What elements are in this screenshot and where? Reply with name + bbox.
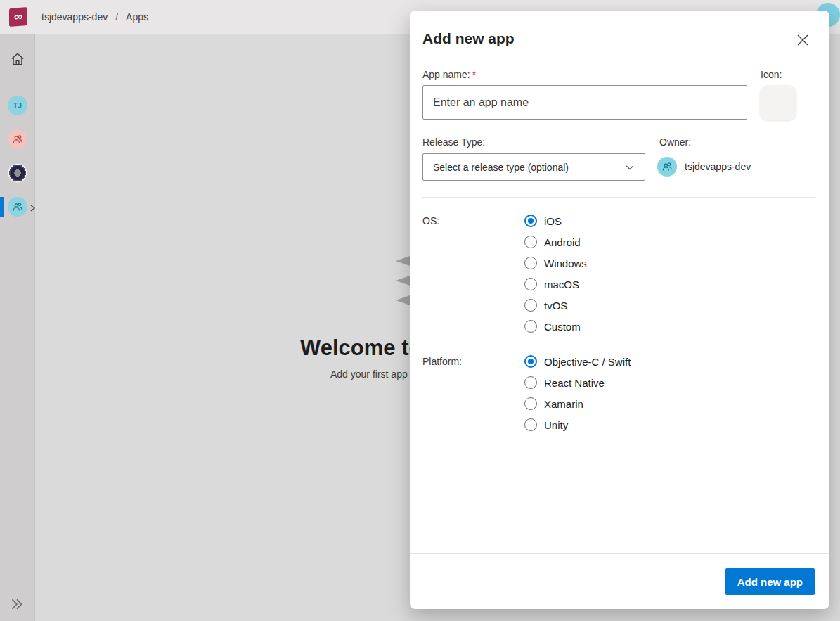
radio-label: Objective-C / Swift [544, 356, 631, 368]
chevron-down-icon [625, 162, 635, 172]
radio-control[interactable] [524, 278, 537, 290]
sidebar-item-user-tj[interactable]: TJ [8, 96, 27, 115]
icon-label: Icon: [761, 69, 782, 80]
radio-custom[interactable]: Custom [524, 316, 587, 337]
radio-label: Xamarin [544, 398, 583, 410]
app-icon-placeholder [760, 85, 796, 120]
radio-label: Unity [544, 419, 568, 431]
app-name-input[interactable] [422, 85, 747, 120]
radio-label: Windows [544, 257, 587, 269]
owner-avatar [657, 157, 677, 177]
add-new-app-button[interactable]: Add new app [725, 568, 815, 595]
radio-tvos[interactable]: tvOS [524, 295, 587, 316]
radio-control[interactable] [524, 397, 537, 410]
sidebar: TJ [0, 34, 35, 621]
radio-xamarin[interactable]: Xamarin [524, 393, 631, 414]
people-icon [12, 201, 23, 212]
radio-react-native[interactable]: React Native [524, 372, 631, 393]
release-type-label: Release Type: [422, 136, 485, 148]
radio-label: React Native [544, 377, 605, 389]
chevron-right-icon[interactable] [29, 203, 36, 215]
radio-android[interactable]: Android [524, 231, 587, 252]
radio-control[interactable] [524, 418, 537, 431]
radio-label: iOS [544, 215, 562, 227]
radio-control[interactable] [524, 215, 537, 227]
close-icon[interactable] [796, 33, 810, 47]
radio-control[interactable] [524, 320, 537, 333]
welcome-subtitle: Add your first app [330, 369, 408, 380]
radio-label: tvOS [544, 300, 567, 312]
people-icon [661, 161, 673, 172]
breadcrumb-page[interactable]: Apps [126, 11, 148, 23]
home-icon[interactable] [0, 51, 34, 67]
owner-name: tsjdevapps-dev [685, 161, 751, 172]
required-mark: * [472, 69, 476, 80]
radio-macos[interactable]: macOS [524, 274, 587, 295]
radio-label: Custom [544, 321, 581, 333]
add-new-app-dialog: Add new app App name:* Icon: Release Typ… [410, 11, 829, 609]
platform-radio-group: Objective-C / SwiftReact NativeXamarinUn… [524, 351, 631, 435]
radio-control[interactable] [524, 355, 537, 368]
breadcrumb-separator: / [115, 11, 118, 23]
people-icon [12, 134, 23, 145]
breadcrumb: tsjdevapps-dev / Apps [41, 11, 148, 23]
sidebar-item-user-photo[interactable] [8, 163, 27, 183]
release-type-select[interactable]: Select a release type (optional) [422, 153, 645, 181]
radio-label: Android [544, 236, 581, 248]
sidebar-selection-indicator [0, 197, 4, 217]
radio-windows[interactable]: Windows [524, 252, 587, 274]
dialog-title: Add new app [422, 30, 515, 47]
footer-divider [410, 553, 829, 554]
os-radio-group: iOSAndroidWindowsmacOStvOSCustom [524, 210, 587, 337]
section-divider [422, 197, 815, 198]
radio-control[interactable] [524, 236, 537, 248]
release-type-value: Select a release type (optional) [433, 162, 569, 173]
radio-ios[interactable]: iOS [524, 210, 587, 231]
sidebar-item-org-red[interactable] [8, 129, 27, 149]
owner-row: tsjdevapps-dev [657, 157, 751, 177]
radio-objective-c-swift[interactable]: Objective-C / Swift [524, 351, 631, 372]
owner-label: Owner: [659, 136, 691, 148]
radio-control[interactable] [524, 376, 537, 389]
breadcrumb-org[interactable]: tsjdevapps-dev [41, 11, 108, 23]
sidebar-item-org-selected[interactable] [8, 197, 27, 217]
app-center-logo-icon[interactable]: ∞ [9, 7, 27, 27]
radio-unity[interactable]: Unity [524, 414, 631, 435]
avatar-initials: TJ [13, 102, 22, 110]
radio-label: macOS [544, 279, 579, 290]
radio-control[interactable] [524, 299, 537, 312]
welcome-heading: Welcome to [300, 335, 422, 361]
radio-control[interactable] [524, 257, 537, 269]
platform-group-label: Platform: [422, 356, 462, 367]
app-name-label: App name:* [422, 69, 476, 80]
os-group-label: OS: [422, 215, 439, 226]
expand-sidebar-icon[interactable] [9, 598, 25, 613]
